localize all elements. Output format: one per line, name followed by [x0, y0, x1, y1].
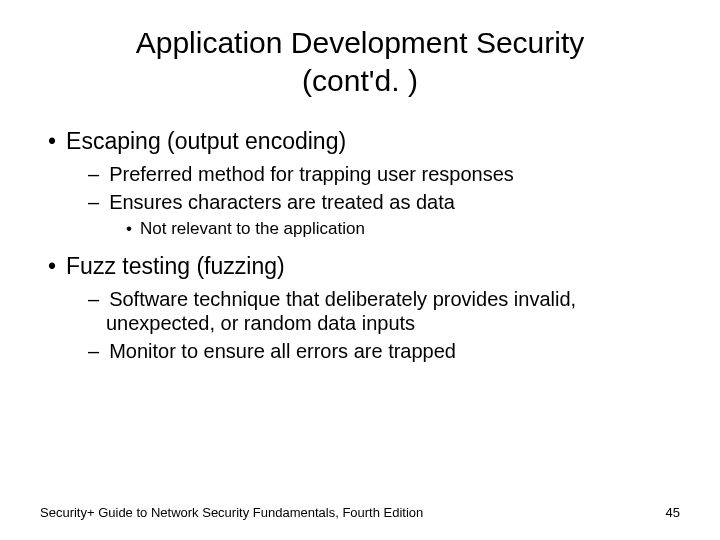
title-line-2: (cont'd. ) — [302, 64, 418, 97]
bullet-fuzz-sub1: Software technique that deliberately pro… — [48, 287, 680, 335]
slide-title: Application Development Security (cont'd… — [40, 24, 680, 99]
bullet-escaping-sub1: Preferred method for trapping user respo… — [48, 162, 680, 186]
footer-source: Security+ Guide to Network Security Fund… — [40, 505, 423, 520]
slide-content: Escaping (output encoding) Preferred met… — [40, 127, 680, 363]
bullet-fuzz-sub2: Monitor to ensure all errors are trapped — [48, 339, 680, 363]
bullet-escaping-sub2-sub1: Not relevant to the application — [48, 218, 680, 240]
bullet-escaping-sub2: Ensures characters are treated as data — [48, 190, 680, 214]
footer-page-number: 45 — [666, 505, 680, 520]
slide-footer: Security+ Guide to Network Security Fund… — [40, 505, 680, 520]
title-line-1: Application Development Security — [136, 26, 585, 59]
bullet-escaping: Escaping (output encoding) — [48, 127, 680, 156]
bullet-fuzz: Fuzz testing (fuzzing) — [48, 252, 680, 281]
